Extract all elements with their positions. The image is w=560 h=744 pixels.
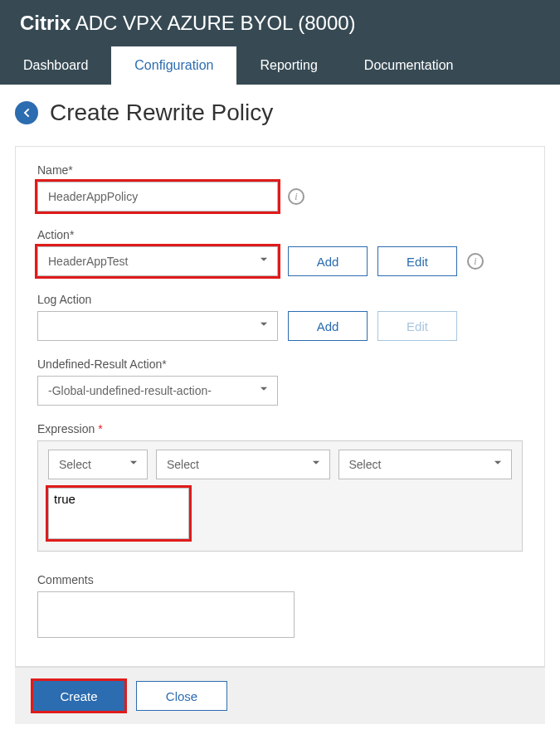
action-edit-button[interactable]: Edit (377, 246, 457, 276)
info-icon[interactable]: i (467, 253, 484, 270)
product-name: ADC VPX AZURE BYOL (8000) (71, 12, 355, 34)
tab-configuration[interactable]: Configuration (111, 46, 236, 85)
undefined-result-select[interactable] (37, 376, 278, 406)
expression-label: Expression * (37, 422, 523, 435)
back-button[interactable] (15, 101, 38, 124)
create-button[interactable]: Create (33, 681, 124, 711)
log-action-select[interactable] (37, 311, 278, 341)
tab-reporting[interactable]: Reporting (236, 46, 340, 85)
name-input[interactable] (37, 182, 278, 212)
expression-select-1[interactable] (48, 450, 148, 479)
log-action-edit-button: Edit (377, 311, 457, 341)
main-tabs: Dashboard Configuration Reporting Docume… (0, 46, 560, 85)
expression-select-2[interactable] (156, 450, 330, 479)
log-action-add-button[interactable]: Add (288, 311, 368, 341)
comments-textarea[interactable] (37, 591, 295, 638)
name-label: Name* (37, 163, 523, 177)
footer-bar: Create Close (15, 667, 545, 724)
info-icon[interactable]: i (288, 188, 304, 205)
brand-name: Citrix (20, 12, 71, 34)
expression-textarea[interactable]: true (48, 488, 189, 539)
close-button[interactable]: Close (136, 681, 227, 711)
action-add-button[interactable]: Add (288, 246, 368, 276)
app-header: Citrix ADC VPX AZURE BYOL (8000) (0, 0, 560, 46)
undefined-result-label: Undefined-Result Action* (37, 357, 523, 371)
arrow-left-icon (20, 106, 33, 119)
log-action-label: Log Action (37, 293, 523, 306)
expression-select-3[interactable] (338, 450, 513, 479)
page-title: Create Rewrite Policy (50, 100, 273, 126)
tab-documentation[interactable]: Documentation (341, 46, 477, 85)
tab-dashboard[interactable]: Dashboard (0, 46, 111, 85)
expression-builder: true (37, 440, 523, 552)
comments-label: Comments (37, 573, 523, 586)
action-label: Action* (37, 228, 523, 241)
action-select[interactable] (37, 246, 278, 276)
form-area: Name* i Action* Add Edit i Log Action (15, 146, 545, 667)
